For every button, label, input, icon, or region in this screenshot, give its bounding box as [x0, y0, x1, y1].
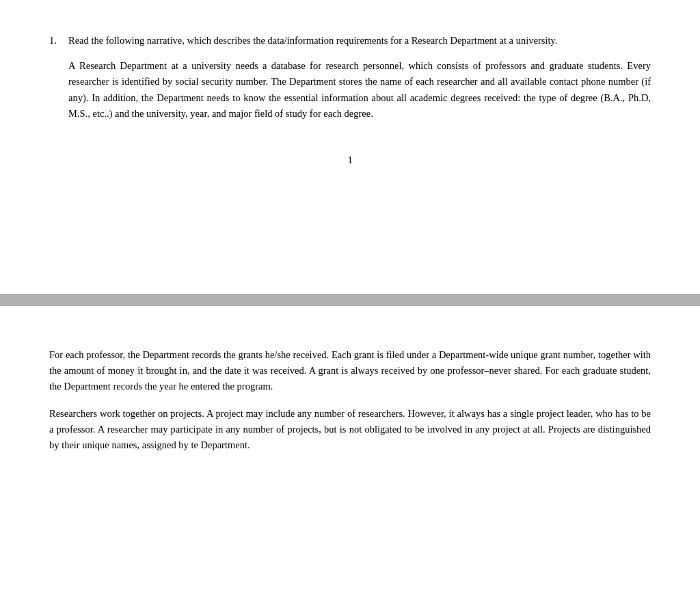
page-number: 1: [49, 154, 651, 166]
list-item-1: 1. Read the following narrative, which d…: [49, 33, 651, 49]
bottom-paragraph-1: For each professor, the Department recor…: [49, 347, 651, 395]
page-wrapper: 1. Read the following narrative, which d…: [0, 0, 700, 613]
list-item-number: 1.: [49, 33, 63, 49]
list-item-intro: Read the following narrative, which desc…: [68, 33, 557, 49]
bottom-paragraph-2: Researchers work together on projects. A…: [49, 406, 651, 454]
page-divider: [0, 294, 700, 306]
page-top: 1. Read the following narrative, which d…: [0, 0, 700, 294]
paragraph-1: A Research Department at a university ne…: [68, 58, 651, 122]
page-bottom: For each professor, the Department recor…: [0, 306, 700, 613]
